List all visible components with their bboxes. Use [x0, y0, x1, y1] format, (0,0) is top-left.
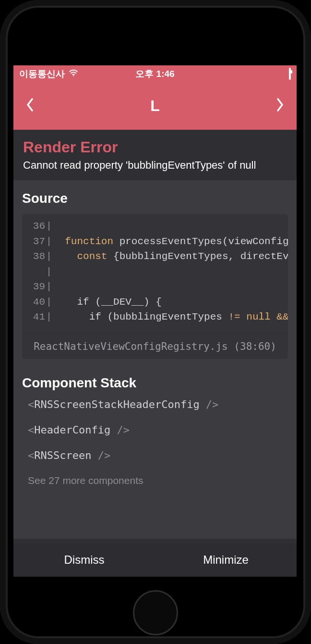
phone-frame: 이동통신사 오후 1:46 — [0, 0, 311, 644]
wifi-icon — [69, 69, 78, 79]
line-number: 41 — [29, 310, 45, 325]
stack-heading: Component Stack — [22, 375, 288, 391]
line-number: 40 — [29, 295, 45, 310]
stack-frame[interactable]: <HeaderConfig /> — [28, 424, 288, 436]
source-code: 36| 37| function processEventTypes(viewC… — [22, 214, 288, 334]
code-text: if (bubblingEventTypes — [89, 311, 228, 322]
header: 이동통신사 오후 1:46 — [13, 65, 297, 130]
back-button[interactable] — [26, 98, 35, 114]
code-text: processEventTypes(viewConfig: V — [113, 236, 288, 247]
source-file-label: ReactNativeViewConfigRegistry.js (38:60) — [22, 334, 288, 359]
code-operator: != — [228, 311, 240, 322]
minimize-button[interactable]: Minimize — [155, 543, 297, 577]
code-operator: && — [276, 311, 288, 322]
stack-component-name: RNSScreenStackHeaderConfig — [34, 398, 199, 410]
source-code-box: 36| 37| function processEventTypes(viewC… — [22, 214, 288, 359]
error-title: Render Error — [23, 138, 287, 156]
carrier-label: 이동통신사 — [19, 68, 65, 80]
battery-icon — [289, 69, 291, 79]
forward-button[interactable] — [275, 98, 284, 114]
line-number: 36 — [29, 219, 45, 234]
svg-point-0 — [73, 75, 74, 76]
nav-row: L — [13, 82, 297, 130]
nav-title: L — [150, 97, 160, 115]
stack-component-name: HeaderConfig — [34, 424, 110, 436]
line-number — [29, 264, 45, 280]
screen: 이동통신사 오후 1:46 — [13, 65, 297, 577]
code-keyword: const — [77, 251, 107, 262]
code-text: {bubblingEventTypes, directEvent — [107, 251, 288, 262]
body: Source 36| 37| function processEventType… — [13, 180, 297, 539]
code-literal: null — [240, 311, 277, 322]
home-button[interactable] — [133, 590, 178, 635]
line-number: 39 — [29, 279, 45, 295]
error-message: Cannot read property 'bubblingEventTypes… — [23, 159, 287, 172]
code-text: if (__DEV__) { — [77, 297, 161, 308]
see-more-components[interactable]: See 27 more components — [28, 475, 288, 486]
stack-frame[interactable]: <RNSScreenStackHeaderConfig /> — [28, 398, 288, 410]
stack-component-name: RNSScreen — [34, 449, 91, 461]
line-number: 37 — [29, 234, 45, 249]
bottom-bar: Dismiss Minimize — [13, 543, 297, 577]
source-heading: Source — [22, 191, 288, 206]
dismiss-button[interactable]: Dismiss — [13, 543, 155, 577]
stack-frame[interactable]: <RNSScreen /> — [28, 449, 288, 461]
code-keyword: function — [65, 236, 113, 247]
status-bar: 이동통신사 오후 1:46 — [13, 65, 297, 82]
error-panel: Render Error Cannot read property 'bubbl… — [13, 130, 297, 180]
line-number: 38 — [29, 249, 45, 264]
